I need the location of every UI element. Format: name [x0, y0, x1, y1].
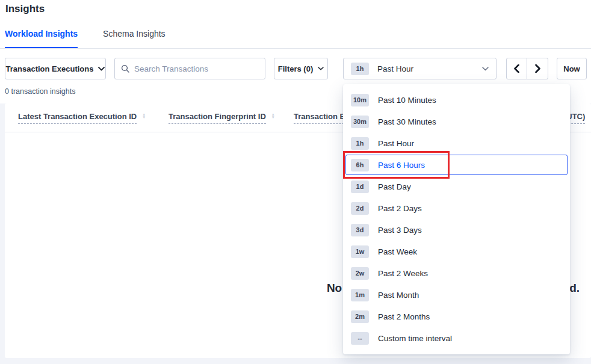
- time-option-1w[interactable]: 1wPast Week: [345, 241, 568, 262]
- search-transactions-box[interactable]: [114, 58, 265, 79]
- search-icon: [121, 64, 129, 73]
- filters-label: Filters (0): [278, 64, 314, 73]
- column-header-label: Transaction Fingerprint ID: [169, 112, 266, 124]
- time-interval-label: Past Hour: [377, 64, 413, 73]
- chevron-down-icon: [482, 67, 489, 71]
- filters-dropdown[interactable]: Filters (0): [274, 58, 328, 79]
- time-option-badge: 30m: [351, 116, 369, 128]
- tab-bar: Workload Insights Schema Insights: [5, 29, 166, 49]
- time-option-3d[interactable]: 3dPast 3 Days: [345, 220, 568, 240]
- time-option-label: Past Hour: [378, 139, 414, 148]
- time-option-badge: 1h: [351, 137, 369, 150]
- time-option-badge: 10m: [351, 94, 369, 106]
- time-option-badge: 2w: [351, 267, 369, 280]
- tab-workload-insights[interactable]: Workload Insights: [5, 29, 78, 49]
- time-option-label: Past 30 Minutes: [378, 117, 436, 126]
- time-interval-dropdown-menu: 10mPast 10 Minutes30mPast 30 Minutes1hPa…: [343, 84, 570, 354]
- time-option-badge: 6h: [351, 159, 369, 171]
- next-interval-button[interactable]: [527, 58, 548, 79]
- workload-type-dropdown[interactable]: Transaction Executions: [5, 58, 106, 79]
- now-button[interactable]: Now: [557, 58, 587, 79]
- time-interval-dropdown-trigger[interactable]: 1h Past Hour: [343, 58, 497, 79]
- time-option-label: Past 2 Months: [378, 312, 430, 321]
- column-header-label: Latest Transaction Execution ID: [18, 112, 137, 124]
- time-option-label: Past 3 Days: [378, 226, 422, 235]
- time-option-10m[interactable]: 10mPast 10 Minutes: [345, 90, 568, 110]
- workload-type-label: Transaction Executions: [6, 64, 94, 73]
- time-option-1h[interactable]: 1hPast Hour: [345, 133, 568, 153]
- time-option-badge: 1m: [351, 289, 369, 301]
- tab-divider: [0, 48, 591, 49]
- time-option-label: Past 2 Weeks: [378, 269, 428, 278]
- time-interval-arrows: [506, 58, 548, 79]
- time-option-1d[interactable]: 1dPast Day: [345, 176, 568, 197]
- time-option-label: Past 6 Hours: [378, 161, 425, 170]
- tab-schema-insights[interactable]: Schema Insights: [103, 29, 166, 49]
- time-option-badge: 1w: [351, 245, 369, 258]
- time-option-badge: 3d: [351, 224, 369, 236]
- column-header-1[interactable]: Transaction Fingerprint ID▲▼: [169, 112, 275, 124]
- column-header-0[interactable]: Latest Transaction Execution ID▲▼: [18, 112, 146, 124]
- time-option-30m[interactable]: 30mPast 30 Minutes: [345, 111, 568, 132]
- previous-interval-button[interactable]: [506, 58, 527, 79]
- now-label: Now: [563, 64, 580, 73]
- time-option-2w[interactable]: 2wPast 2 Weeks: [345, 263, 568, 283]
- chevron-down-icon: [318, 67, 324, 70]
- insights-count: 0 transaction insights: [5, 87, 75, 96]
- time-option-label: Past 2 Days: [378, 204, 422, 213]
- time-interval-badge: 1h: [351, 63, 369, 75]
- chevron-left-icon: [514, 64, 519, 73]
- search-transactions-input[interactable]: [134, 64, 259, 73]
- insights-page: Insights Workload Insights Schema Insigh…: [0, 0, 591, 364]
- time-option-2m[interactable]: 2mPast 2 Months: [345, 306, 568, 327]
- time-option-2d[interactable]: 2dPast 2 Days: [345, 198, 568, 218]
- time-option-badge: 2m: [351, 310, 369, 323]
- sort-icon[interactable]: ▲▼: [142, 113, 146, 119]
- time-option-custom[interactable]: --Custom time interval: [345, 328, 568, 348]
- page-title: Insights: [5, 3, 45, 15]
- time-option-label: Past 10 Minutes: [378, 96, 436, 105]
- time-option-6h[interactable]: 6hPast 6 Hours: [345, 155, 568, 175]
- chevron-right-icon: [535, 64, 540, 73]
- time-option-badge: 1d: [351, 180, 369, 193]
- time-option-badge: 2d: [351, 202, 369, 215]
- time-option-label: Custom time interval: [378, 334, 452, 343]
- time-option-label: Past Week: [378, 247, 417, 256]
- time-option-1m[interactable]: 1mPast Month: [345, 285, 568, 305]
- time-option-label: Past Month: [378, 291, 419, 300]
- time-option-badge: --: [351, 332, 369, 345]
- time-option-label: Past Day: [378, 182, 411, 191]
- sort-icon[interactable]: ▲▼: [271, 113, 275, 119]
- chevron-down-icon: [98, 67, 105, 71]
